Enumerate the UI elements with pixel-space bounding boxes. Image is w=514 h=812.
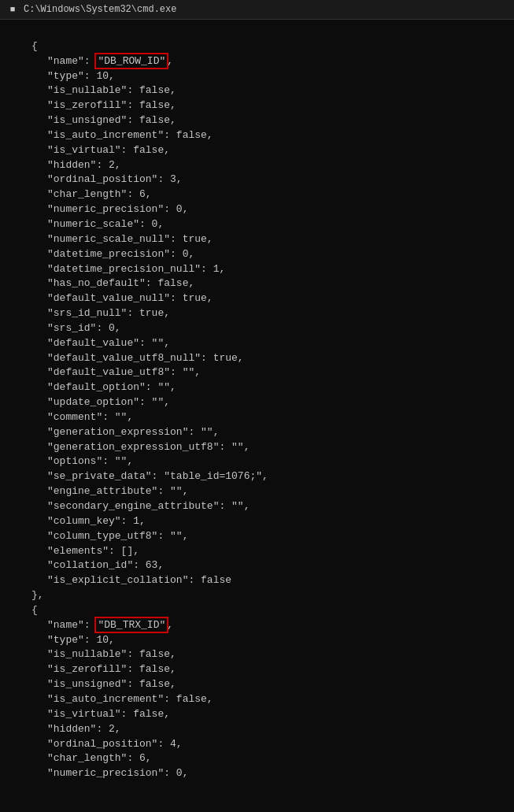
field-line: "has_no_default": false, bbox=[0, 276, 514, 291]
field-line: "secondary_engine_attribute": "", bbox=[0, 499, 514, 514]
open-brace: { bbox=[0, 603, 514, 618]
field-line: "srs_id_null": true, bbox=[0, 306, 514, 321]
field-line: "srs_id": 0, bbox=[0, 321, 514, 336]
field-line: "datetime_precision": 0, bbox=[0, 247, 514, 262]
field-line: "is_virtual": false, bbox=[0, 707, 514, 722]
field-line: "hidden": 2, bbox=[0, 722, 514, 737]
field-name: "name": "DB_ROW_ID", bbox=[0, 54, 514, 69]
field-line: "update_option": "", bbox=[0, 395, 514, 410]
field-name: "name": "DB_TRX_ID", bbox=[0, 618, 514, 633]
field-line: "numeric_precision": 0, bbox=[0, 766, 514, 781]
field-line: "char_length": 6, bbox=[0, 187, 514, 202]
field-line: "ordinal_position": 4, bbox=[0, 737, 514, 752]
field-line: "default_value_null": true, bbox=[0, 291, 514, 306]
field-line: "numeric_scale": 0, bbox=[0, 217, 514, 232]
field-line: "ordinal_position": 3, bbox=[0, 172, 514, 187]
field-line: "type": 10, bbox=[0, 633, 514, 648]
field-line: "is_auto_increment": false, bbox=[0, 692, 514, 707]
field-line: "collation_id": 63, bbox=[0, 558, 514, 573]
field-line: "numeric_precision": 0, bbox=[0, 202, 514, 217]
close-brace: }, bbox=[0, 588, 514, 603]
field-line: "is_nullable": false, bbox=[0, 83, 514, 98]
field-line: "elements": [], bbox=[0, 544, 514, 559]
field-line: "generation_expression_utf8": "", bbox=[0, 440, 514, 455]
field-line: "column_type_utf8": "", bbox=[0, 529, 514, 544]
field-line: "hidden": 2, bbox=[0, 158, 514, 173]
field-line: "numeric_scale_null": true, bbox=[0, 232, 514, 247]
field-line: "comment": "", bbox=[0, 410, 514, 425]
field-line: "type": 10, bbox=[0, 69, 514, 84]
field-line: "options": "", bbox=[0, 454, 514, 469]
field-line: "default_option": "", bbox=[0, 380, 514, 395]
field-line: "se_private_data": "table_id=1076;", bbox=[0, 469, 514, 484]
field-line: "is_zerofill": false, bbox=[0, 98, 514, 113]
field-line: "is_explicit_collation": false bbox=[0, 573, 514, 588]
field-line: "column_key": 1, bbox=[0, 514, 514, 529]
field-line: "generation_expression": "", bbox=[0, 425, 514, 440]
field-line: "is_unsigned": false, bbox=[0, 113, 514, 128]
open-brace: { bbox=[0, 39, 514, 54]
title-text: C:\Windows\System32\cmd.exe bbox=[24, 4, 176, 15]
field-line: "is_zerofill": false, bbox=[0, 662, 514, 677]
field-line: "is_virtual": false, bbox=[0, 143, 514, 158]
field-line: "default_value_utf8_null": true, bbox=[0, 351, 514, 366]
field-line: "engine_attribute": "", bbox=[0, 484, 514, 499]
field-line: "is_unsigned": false, bbox=[0, 677, 514, 692]
field-line: "char_length": 6, bbox=[0, 751, 514, 766]
console-content: {"name": "DB_ROW_ID","type": 10,"is_null… bbox=[0, 20, 514, 786]
field-line: "is_auto_increment": false, bbox=[0, 128, 514, 143]
field-line: "default_value": "", bbox=[0, 336, 514, 351]
field-line: "is_nullable": false, bbox=[0, 647, 514, 662]
cmd-icon: ■ bbox=[6, 3, 19, 16]
title-bar: ■ C:\Windows\System32\cmd.exe bbox=[0, 0, 514, 20]
field-line: "datetime_precision_null": 1, bbox=[0, 262, 514, 277]
field-line: "default_value_utf8": "", bbox=[0, 365, 514, 380]
